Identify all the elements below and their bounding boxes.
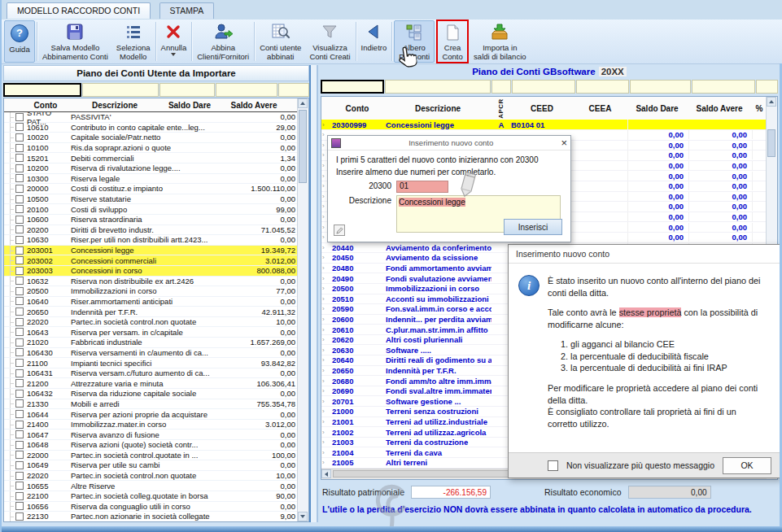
column-header-conto[interactable]: Conto bbox=[22, 101, 69, 110]
filter-input[interactable] bbox=[756, 80, 778, 94]
table-row[interactable]: 20200 Diritti di brevetto industr. 71.04… bbox=[4, 225, 298, 236]
scroll-up-arrow[interactable] bbox=[767, 97, 776, 107]
row-checkbox[interactable] bbox=[15, 512, 24, 521]
indietro-button[interactable]: Indietro bbox=[357, 20, 391, 63]
filter-input[interactable] bbox=[692, 80, 755, 94]
column-header-descrizione[interactable]: Descrizione bbox=[69, 101, 160, 110]
selected-account-row[interactable]: › 20300999 Concessioni legge A B0104 01 bbox=[321, 120, 767, 130]
column-header-percent[interactable]: % bbox=[751, 104, 767, 113]
row-expand-arrow[interactable]: › bbox=[321, 429, 330, 436]
row-checkbox[interactable] bbox=[15, 502, 24, 510]
row-checkbox[interactable] bbox=[15, 277, 24, 285]
table-row[interactable]: 203001 Concessioni legge 19.349,72 bbox=[4, 246, 298, 256]
row-checkbox[interactable] bbox=[15, 399, 24, 408]
dialog-titlebar[interactable]: Inserimento nuovo conto × bbox=[328, 136, 570, 150]
table-row[interactable]: 106431 Riserva versam.c/futuro aumento d… bbox=[4, 368, 298, 379]
table-row[interactable]: 21330 Mobili e arredi 755.354,78 bbox=[4, 399, 298, 410]
filter-input[interactable] bbox=[576, 80, 629, 94]
row-checkbox[interactable] bbox=[15, 144, 24, 152]
inserisci-button[interactable]: Inserisci bbox=[504, 219, 562, 235]
filter-input[interactable] bbox=[216, 83, 277, 97]
table-row[interactable]: 106430 Riserva versamenti in c/aumento d… bbox=[4, 348, 298, 359]
row-expand-arrow[interactable]: › bbox=[321, 336, 330, 343]
table-row[interactable]: 203003 Concessioni in corso 800.088,00 bbox=[4, 266, 298, 277]
row-expand-arrow[interactable]: › bbox=[321, 285, 330, 292]
row-expand-arrow[interactable]: › bbox=[321, 449, 330, 456]
row-expand-arrow[interactable]: › bbox=[321, 408, 330, 415]
row-checkbox[interactable] bbox=[15, 174, 24, 182]
row-expand-arrow[interactable]: › bbox=[321, 305, 330, 312]
salva-modello-button[interactable]: Salva Modello Abbinamento Conti bbox=[38, 20, 112, 63]
row-checkbox[interactable] bbox=[15, 369, 24, 377]
row-checkbox[interactable] bbox=[15, 482, 24, 490]
row-expand-arrow[interactable]: › bbox=[321, 398, 330, 405]
row-checkbox[interactable] bbox=[15, 195, 24, 203]
column-header-saldo-dare[interactable]: Saldo Dare bbox=[627, 104, 688, 113]
table-row[interactable]: 10656 Riserva da conguaglio utili in cor… bbox=[4, 502, 298, 512]
table-row[interactable]: 10647 Riserva avanzo di fusione 0,00 bbox=[4, 430, 298, 440]
table-row[interactable]: 10100 Ris.da soprapr.azioni o quote 0,00 bbox=[4, 143, 298, 154]
row-expand-arrow[interactable]: › bbox=[321, 275, 330, 282]
row-checkbox[interactable] bbox=[15, 359, 24, 367]
column-header-conto[interactable]: Conto bbox=[330, 104, 385, 113]
table-row[interactable]: 22020 Partec.in società control.non quot… bbox=[4, 317, 298, 328]
table-row[interactable]: 10632 Riserva non distribuibile ex art.2… bbox=[4, 277, 298, 287]
row-expand-arrow[interactable]: › bbox=[321, 438, 330, 446]
filter-input[interactable] bbox=[512, 80, 575, 94]
row-checkbox[interactable] bbox=[15, 328, 24, 336]
importa-saldi-button[interactable]: Importa in saldi di bilancio bbox=[470, 20, 530, 63]
row-checkbox[interactable] bbox=[15, 318, 24, 326]
filter-input[interactable] bbox=[3, 83, 81, 97]
filter-input[interactable] bbox=[159, 83, 215, 97]
row-checkbox[interactable] bbox=[15, 441, 24, 449]
table-row[interactable]: 20500 Immobilizzazioni in corso 77,00 bbox=[4, 286, 298, 297]
visualizza-conti-creati-button[interactable]: Visualizza Conti Creati bbox=[305, 20, 354, 63]
column-header-saldo-avere[interactable]: Saldo Avere bbox=[688, 104, 751, 113]
table-row[interactable]: STATO PAT... PASSIVITA' 0,00 bbox=[4, 112, 298, 123]
table-row[interactable]: 203002 Concessioni commerciali 3.012,00 bbox=[4, 255, 298, 266]
row-checkbox[interactable] bbox=[15, 430, 24, 438]
row-checkbox[interactable] bbox=[15, 307, 24, 316]
row-checkbox[interactable] bbox=[15, 256, 24, 264]
ok-button[interactable]: OK bbox=[723, 457, 771, 474]
guida-button[interactable]: ? Guida bbox=[4, 20, 35, 63]
table-row[interactable]: 20650 Indennità per T.F.R. 42.911,32 bbox=[4, 307, 298, 317]
table-row[interactable]: 106432 Riserva da riduzione capitale soc… bbox=[4, 389, 298, 399]
row-checkbox[interactable] bbox=[15, 338, 24, 347]
dialog-title[interactable]: Inserimento nuovo conto bbox=[509, 245, 780, 264]
row-checkbox[interactable] bbox=[15, 421, 24, 429]
row-expand-arrow[interactable]: › bbox=[321, 459, 330, 466]
row-checkbox[interactable] bbox=[15, 113, 24, 121]
scroll-left-arrow[interactable] bbox=[321, 469, 331, 478]
table-row[interactable]: 22000 Partec.in società control.quotate … bbox=[4, 451, 298, 461]
table-row[interactable]: 20100 Costi di sviluppo 99,00 bbox=[4, 204, 298, 215]
account-code-input[interactable]: 01 bbox=[396, 181, 448, 193]
table-row[interactable]: 10610 Contributo in conto capitale ente.… bbox=[4, 123, 298, 133]
row-expand-arrow[interactable]: › bbox=[321, 387, 330, 395]
row-checkbox[interactable] bbox=[15, 492, 24, 500]
column-header-descrizione[interactable]: Descrizione bbox=[385, 104, 491, 113]
filter-input[interactable] bbox=[321, 80, 384, 94]
row-checkbox[interactable] bbox=[15, 267, 24, 275]
table-row[interactable]: 10200 Riserva di rivalutazione legge....… bbox=[4, 164, 298, 174]
row-checkbox[interactable] bbox=[15, 461, 24, 469]
table-row[interactable]: 21100 Impianti tecnici specifici 93.842,… bbox=[4, 358, 298, 368]
table-row[interactable]: 22020 Partec.in società control.non quot… bbox=[4, 471, 298, 482]
filter-input[interactable] bbox=[385, 80, 491, 94]
edit-checkbox-icon[interactable] bbox=[334, 225, 345, 236]
row-checkbox[interactable] bbox=[15, 390, 24, 398]
filter-input[interactable] bbox=[82, 83, 159, 97]
row-checkbox[interactable] bbox=[15, 348, 24, 356]
row-checkbox[interactable] bbox=[15, 410, 24, 418]
tab-stampa[interactable]: STAMPA bbox=[159, 2, 215, 19]
row-checkbox[interactable] bbox=[15, 216, 24, 224]
crea-conto-button[interactable]: Crea Conto bbox=[436, 20, 469, 63]
row-checkbox[interactable] bbox=[15, 379, 24, 387]
table-row[interactable]: 10649 Riserva per utile su cambi 0,00 bbox=[4, 460, 298, 471]
table-row[interactable]: 21020 Fabbricati industriale 1.657.269,0… bbox=[4, 338, 298, 348]
row-checkbox[interactable] bbox=[15, 185, 24, 193]
row-checkbox[interactable] bbox=[15, 123, 24, 131]
column-header-saldo-avere[interactable]: Saldo Avere bbox=[219, 101, 289, 110]
column-header-saldo-dare[interactable]: Saldo Dare bbox=[160, 101, 219, 110]
tab-modello-raccordo-conti[interactable]: MODELLO RACCORDO CONTI bbox=[7, 2, 151, 19]
